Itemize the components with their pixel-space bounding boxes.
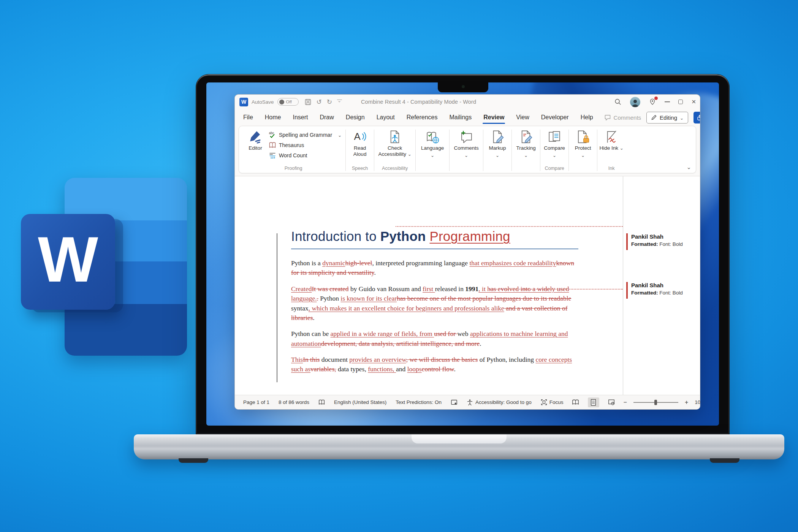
paragraph: ThisIn this document provides an overvie… — [291, 355, 578, 374]
collapse-ribbon-icon[interactable] — [686, 164, 691, 171]
protect-button[interactable]: Protect — [570, 129, 595, 156]
read-mode-button[interactable] — [570, 397, 581, 407]
word-window: W AutoSave Off ↺ ↻ Combine Result 4 - Co… — [234, 94, 700, 410]
pencil-icon — [651, 114, 657, 120]
status-bar: Page 1 of 1 8 of 86 words English (Unite… — [235, 395, 700, 409]
deleted-text: used for — [434, 330, 457, 337]
tab-layout[interactable]: Layout — [376, 112, 396, 123]
group-label-empty — [524, 171, 527, 172]
tab-developer[interactable]: Developer — [540, 112, 570, 123]
undo-icon[interactable]: ↺ — [317, 99, 322, 105]
focus-button[interactable]: Focus — [541, 399, 564, 405]
chevron-down-icon — [524, 152, 528, 156]
group-separator — [511, 130, 512, 171]
chevron-down-icon — [338, 132, 342, 138]
chevron-down-icon — [581, 152, 585, 156]
page-indicator[interactable]: Page 1 of 1 — [243, 399, 269, 405]
chevron-down-icon — [496, 152, 499, 156]
ribbon-comments-button[interactable]: Comments — [451, 129, 481, 156]
chevron-down-icon — [431, 152, 434, 156]
inserted-text: loops — [407, 365, 422, 373]
avatar[interactable] — [630, 97, 640, 107]
title-bar: W AutoSave Off ↺ ↻ Combine Result 4 - Co… — [235, 95, 700, 109]
thesaurus-button[interactable]: Thesaurus — [269, 141, 342, 150]
word-count-button[interactable]: 123 Word Count — [269, 151, 342, 160]
margin-comment[interactable]: Pankil Shah Formatted: Font: Bold — [626, 281, 700, 297]
text-predictions-indicator[interactable]: Text Predictions: On — [396, 399, 442, 405]
display-settings-icon[interactable] — [451, 399, 458, 406]
language-button[interactable]: Language — [417, 129, 448, 156]
deleted-text: variables, — [310, 365, 336, 373]
tab-file[interactable]: File — [242, 112, 254, 123]
document-area[interactable]: Introduction to Python Programming Pytho… — [235, 176, 700, 395]
markup-button[interactable]: Markup — [485, 129, 510, 156]
window-title: Combine Result 4 - Compatibility Mode - … — [361, 95, 476, 109]
editor-button[interactable]: Editor — [243, 129, 268, 151]
tab-insert[interactable]: Insert — [292, 112, 309, 123]
group-label-proofing: Proofing — [283, 165, 304, 172]
inserted-text: dynamic — [322, 259, 345, 267]
ribbon-group-compare: Compare Compare — [542, 129, 567, 172]
word-logo-tile: W — [21, 214, 115, 310]
redo-icon[interactable]: ↻ — [327, 99, 332, 105]
text-run: . — [454, 365, 456, 373]
proofing-status-icon[interactable] — [318, 399, 325, 405]
check-accessibility-icon — [388, 130, 402, 144]
text-run: . — [480, 340, 481, 347]
proofing-stack: abc Spelling and Grammar Thesaurus 123 W… — [268, 129, 344, 160]
zoom-slider-thumb[interactable] — [654, 400, 657, 405]
tab-help[interactable]: Help — [580, 112, 594, 123]
tab-home[interactable]: Home — [264, 112, 282, 123]
hide-ink-button[interactable]: Hide Ink — [599, 129, 624, 151]
zoom-in-button[interactable]: + — [685, 399, 688, 406]
maximize-button[interactable] — [678, 100, 683, 104]
comments-button[interactable]: Comments — [604, 114, 641, 121]
zoom-out-button[interactable]: − — [624, 399, 627, 406]
tab-review[interactable]: Review — [483, 112, 505, 123]
text-run: document — [320, 356, 349, 363]
document-page-text[interactable]: Introduction to Python Programming Pytho… — [291, 229, 578, 381]
svg-text:A: A — [354, 131, 361, 142]
customize-qat-icon[interactable] — [337, 100, 342, 104]
tab-mailings[interactable]: Mailings — [449, 112, 473, 123]
check-accessibility-button[interactable]: Check Accessibility — [376, 129, 414, 157]
tracking-button[interactable]: Tracking — [513, 129, 538, 156]
search-icon[interactable] — [614, 98, 622, 106]
new-comment-icon — [459, 130, 473, 144]
accessibility-status[interactable]: Accessibility: Good to go — [467, 399, 532, 405]
minimize-button[interactable] — [665, 101, 670, 102]
zoom-level[interactable]: 100% — [695, 399, 700, 405]
save-icon[interactable] — [304, 98, 312, 106]
tab-view[interactable]: View — [515, 112, 530, 123]
inserted-text: Programming — [429, 229, 510, 244]
print-layout-button[interactable] — [588, 397, 599, 407]
group-label-empty — [496, 171, 499, 172]
editor-icon — [248, 130, 263, 144]
notification-pin-icon[interactable] — [649, 98, 656, 106]
group-separator — [597, 130, 597, 171]
share-button[interactable] — [694, 112, 700, 124]
markup-icon — [490, 130, 505, 144]
zoom-slider[interactable] — [633, 402, 678, 403]
tab-references[interactable]: References — [406, 112, 439, 123]
read-aloud-button[interactable]: A Read Aloud — [347, 129, 372, 157]
tab-draw[interactable]: Draw — [319, 112, 334, 123]
web-layout-button[interactable] — [606, 397, 617, 407]
group-label-accessibility: Accessibility — [380, 165, 409, 172]
spelling-grammar-button[interactable]: abc Spelling and Grammar — [269, 130, 342, 139]
word-count-indicator[interactable]: 8 of 86 words — [279, 399, 309, 405]
close-button[interactable] — [691, 98, 696, 105]
editing-mode-button[interactable]: Editing — [646, 112, 688, 124]
inserted-text: functions, — [368, 365, 396, 373]
paragraph: Python is a dynamichigh-level, interpret… — [291, 258, 578, 278]
margin-comment[interactable]: Pankil Shah Formatted: Font: Bold — [626, 233, 700, 248]
tracking-icon — [519, 130, 533, 144]
language-indicator[interactable]: English (United States) — [334, 399, 386, 405]
ribbon-group-ink: Hide Ink Ink — [599, 129, 624, 172]
tab-design[interactable]: Design — [345, 112, 366, 123]
inserted-text: This — [291, 356, 303, 363]
autosave-toggle[interactable]: Off — [277, 98, 299, 106]
notification-badge — [654, 97, 658, 100]
ribbon-group-accessibility: Check Accessibility Accessibility — [376, 129, 414, 172]
compare-button[interactable]: Compare — [542, 129, 567, 156]
